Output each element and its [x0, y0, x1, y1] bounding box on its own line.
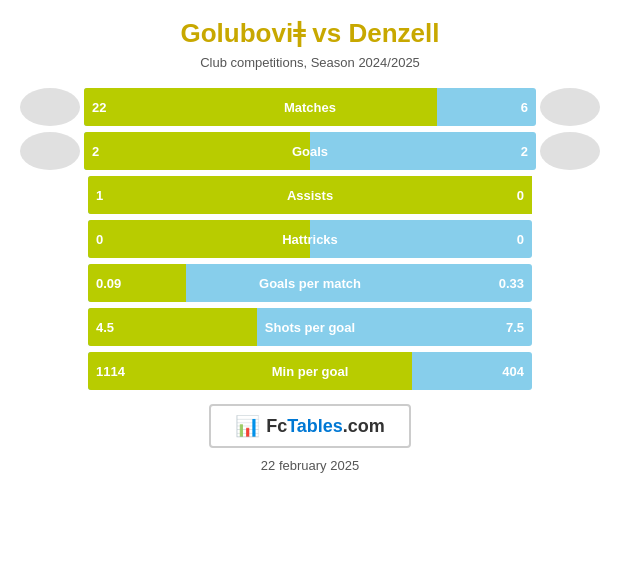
footer-date: 22 february 2025 — [261, 458, 359, 473]
stat-right-value: 0 — [517, 232, 524, 247]
stat-label: Goals per match — [259, 276, 361, 291]
right-oval — [540, 132, 600, 170]
stat-left-value: 0.09 — [96, 276, 121, 291]
stat-label: Goals — [292, 144, 328, 159]
stat-right-value: 7.5 — [506, 320, 524, 335]
stat-row: 00Hattricks — [20, 220, 600, 258]
page-title: Goluboviǂ vs Denzell — [180, 18, 439, 49]
left-oval — [20, 132, 80, 170]
stat-label: Min per goal — [272, 364, 349, 379]
stat-label: Matches — [284, 100, 336, 115]
stat-right-value: 0.33 — [499, 276, 524, 291]
bar-fill — [88, 352, 412, 390]
stat-row: 226Matches — [20, 88, 600, 126]
left-oval — [20, 88, 80, 126]
right-oval — [540, 88, 600, 126]
stat-right-value: 2 — [521, 144, 528, 159]
bar-fill — [84, 132, 310, 170]
page-subtitle: Club competitions, Season 2024/2025 — [200, 55, 420, 70]
stat-bar: 00Hattricks — [88, 220, 532, 258]
stat-left-value: 1 — [96, 188, 103, 203]
stat-label: Hattricks — [282, 232, 338, 247]
stats-area: 226Matches22Goals10Assists00Hattricks0.0… — [10, 88, 610, 390]
stat-bar: 22Goals — [84, 132, 536, 170]
stat-bar: 1114404Min per goal — [88, 352, 532, 390]
stat-left-value: 1114 — [96, 364, 125, 379]
stat-row: 10Assists — [20, 176, 600, 214]
stat-left-value: 4.5 — [96, 320, 114, 335]
logo-text: FcTables.com — [266, 416, 385, 437]
stat-bar: 0.090.33Goals per match — [88, 264, 532, 302]
stat-row: 1114404Min per goal — [20, 352, 600, 390]
stat-row: 4.57.5Shots per goal — [20, 308, 600, 346]
stat-label: Shots per goal — [265, 320, 355, 335]
stat-right-value: 0 — [517, 188, 524, 203]
stat-row: 0.090.33Goals per match — [20, 264, 600, 302]
logo-icon: 📊 — [235, 414, 260, 438]
logo-area: 📊 FcTables.com — [209, 404, 411, 448]
stat-row: 22Goals — [20, 132, 600, 170]
stat-left-value: 2 — [92, 144, 99, 159]
stat-label: Assists — [287, 188, 333, 203]
stat-left-value: 22 — [92, 100, 106, 115]
bar-fill — [88, 220, 310, 258]
bar-fill — [84, 88, 437, 126]
stat-left-value: 0 — [96, 232, 103, 247]
stat-bar: 4.57.5Shots per goal — [88, 308, 532, 346]
stat-right-value: 6 — [521, 100, 528, 115]
stat-bar: 226Matches — [84, 88, 536, 126]
stat-right-value: 404 — [502, 364, 524, 379]
stat-bar: 10Assists — [88, 176, 532, 214]
